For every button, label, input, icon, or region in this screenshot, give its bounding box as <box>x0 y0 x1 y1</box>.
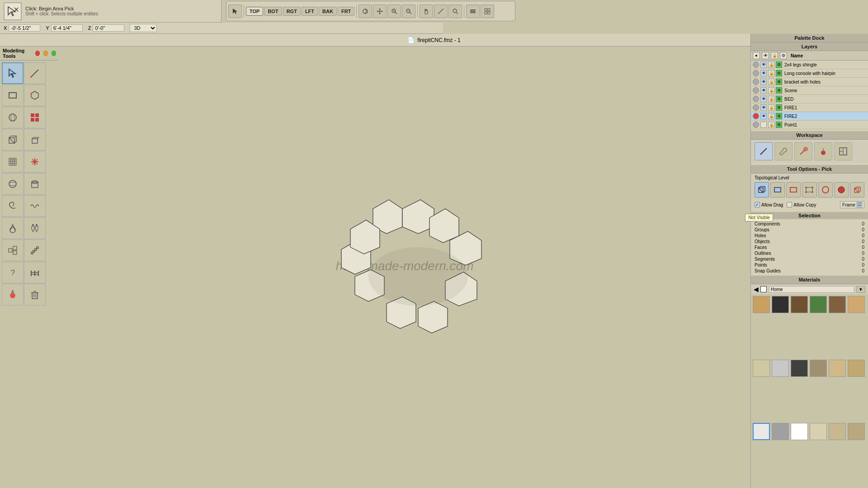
layer-eye-btn[interactable]: 👁 <box>760 79 767 85</box>
canvas-area[interactable]: homemade-modern.com <box>59 47 750 488</box>
layer-row[interactable]: 👁 🔒 ⚙ FIRE2 <box>751 112 868 121</box>
material-tile[interactable] <box>810 296 827 313</box>
layer-row[interactable]: 👁 🔒 ⚙ BED <box>751 95 868 103</box>
stairs-tool-btn[interactable] <box>24 239 46 261</box>
material-tile[interactable] <box>791 423 808 440</box>
coord-x-input[interactable] <box>9 24 40 32</box>
tl-yellow[interactable] <box>43 51 48 56</box>
select-tool-btn[interactable] <box>2 62 24 84</box>
fence-tool-btn[interactable] <box>24 262 46 283</box>
ws-pencil-btn[interactable] <box>755 142 773 160</box>
tl-red[interactable] <box>35 51 40 56</box>
layer-row[interactable]: 👁 🔒 ⚙ 2x4 legs shingle <box>751 61 868 69</box>
material-tile[interactable] <box>810 360 827 377</box>
topo-object-btn[interactable] <box>755 182 769 197</box>
layer-eye-btn[interactable]: 👁 <box>760 104 767 111</box>
view-btn-rgt[interactable]: RGT <box>283 7 301 16</box>
material-tile[interactable] <box>753 423 770 440</box>
layer-eye-btn[interactable]: 👁 <box>760 113 767 119</box>
zoom-tool-btn[interactable] <box>387 5 401 18</box>
frame-checkbox[interactable]: ☑ <box>857 202 862 207</box>
mat-dropdown-btn[interactable]: ▼ <box>856 286 865 293</box>
pan-tool-btn[interactable] <box>373 5 387 18</box>
material-tile[interactable] <box>829 360 846 377</box>
layer-row[interactable]: 👁 🔒 ⚙ bracket with holes <box>751 78 868 86</box>
polygon-tool-btn[interactable] <box>24 84 46 106</box>
layer-gear-btn[interactable]: ⚙ <box>776 87 782 94</box>
layer-gear-btn[interactable]: ⚙ <box>776 96 782 102</box>
material-tile[interactable] <box>753 296 770 313</box>
layer-eye-btn[interactable] <box>760 122 767 128</box>
coord-z-input[interactable] <box>93 24 124 32</box>
layer-eye-btn[interactable]: 👁 <box>760 96 767 102</box>
trash-tool-btn[interactable] <box>24 284 46 305</box>
material-tile[interactable] <box>791 296 808 313</box>
material-tile[interactable] <box>848 296 865 313</box>
view-btn-frt[interactable]: FRT <box>338 7 354 16</box>
orbit-tool-btn[interactable] <box>359 5 372 18</box>
ws-paint-btn[interactable] <box>814 142 832 160</box>
layer-gear-btn[interactable]: ⚙ <box>776 113 782 119</box>
hand-btn[interactable] <box>420 5 433 18</box>
blocks-tool-btn[interactable] <box>2 239 24 261</box>
layer-row[interactable]: 👁 🔒 ⚙ Scene <box>751 86 868 95</box>
mat-name-input[interactable] <box>769 286 854 293</box>
topo-edge2-btn[interactable] <box>818 182 833 197</box>
material-tile[interactable] <box>848 423 865 440</box>
layer-eye-btn[interactable]: 👁 <box>760 61 767 68</box>
view-btn-lft[interactable]: LFT <box>302 7 318 16</box>
layer-lock-btn[interactable]: 🔒 <box>768 79 774 85</box>
wave-tool-btn[interactable] <box>24 195 46 217</box>
spiral-tool-btn[interactable] <box>2 195 24 217</box>
material-tile[interactable] <box>829 423 846 440</box>
layer-eye-btn[interactable]: 👁 <box>760 87 767 94</box>
ws-target-btn[interactable] <box>794 142 812 160</box>
layer-row[interactable]: 👁 🔒 ⚙ FIRE1 <box>751 103 868 112</box>
layer-lock-btn[interactable]: 🔒 <box>768 87 774 94</box>
material-tile[interactable] <box>772 296 789 313</box>
material-tile[interactable] <box>772 423 789 440</box>
layer-lock-btn[interactable]: 🔒 <box>768 61 774 68</box>
people-tool-btn[interactable] <box>24 217 46 239</box>
layer-lock-btn[interactable]: 🔒 <box>768 113 774 119</box>
coord-y-input[interactable] <box>51 24 83 32</box>
topo-vertex-btn[interactable] <box>802 182 816 197</box>
zoom-out-btn[interactable] <box>402 5 415 18</box>
layer-lock-btn[interactable]: 🔒 <box>768 122 774 128</box>
ball-tool-btn[interactable] <box>2 173 24 195</box>
ws-layout-btn[interactable] <box>834 142 852 160</box>
tl-green[interactable] <box>52 51 56 56</box>
material-tile[interactable] <box>791 360 808 377</box>
material-tile[interactable] <box>772 360 789 377</box>
material-tile[interactable] <box>753 360 770 377</box>
texture-tool-btn[interactable] <box>24 107 46 128</box>
layer-gear-btn[interactable]: ⚙ <box>776 61 782 68</box>
rect-tool-btn[interactable] <box>2 84 24 106</box>
topo-face2-btn[interactable] <box>834 182 849 197</box>
cone-tool-btn[interactable] <box>2 217 24 239</box>
cylinder-tool-btn[interactable] <box>24 173 46 195</box>
layers-btn[interactable] <box>466 5 480 18</box>
box-tool-btn[interactable] <box>2 129 24 150</box>
layer-row[interactable]: 👁 🔒 ⚙ Long console with hairpin <box>751 69 868 78</box>
topo-solid-btn[interactable] <box>850 182 864 197</box>
search-btn[interactable] <box>448 5 462 18</box>
layer-lock-btn[interactable]: 🔒 <box>768 70 774 76</box>
grid-btn[interactable] <box>481 5 494 18</box>
sphere-tool-btn[interactable] <box>2 107 24 128</box>
grid-tool-btn[interactable] <box>2 151 24 173</box>
material-tile[interactable] <box>810 423 827 440</box>
material-tile[interactable] <box>829 296 846 313</box>
sparkle-tool-btn[interactable] <box>24 151 46 173</box>
line-tool-btn[interactable] <box>24 62 46 84</box>
layer-gear-btn[interactable]: ⚙ <box>776 104 782 111</box>
allow-drag-checkbox[interactable]: ✓ <box>755 202 760 207</box>
allow-copy-checkbox[interactable] <box>787 202 792 207</box>
layer-lock-btn[interactable]: 🔒 <box>768 96 774 102</box>
ws-wrench-btn[interactable] <box>774 142 793 160</box>
view-btn-bak[interactable]: BAK <box>319 7 337 16</box>
query-tool-btn[interactable]: ? <box>2 262 24 283</box>
layer-gear-btn[interactable]: ⚙ <box>776 122 782 128</box>
topo-edge-btn[interactable] <box>786 182 801 197</box>
view-mode-select[interactable]: 3D 2D <box>130 24 157 32</box>
